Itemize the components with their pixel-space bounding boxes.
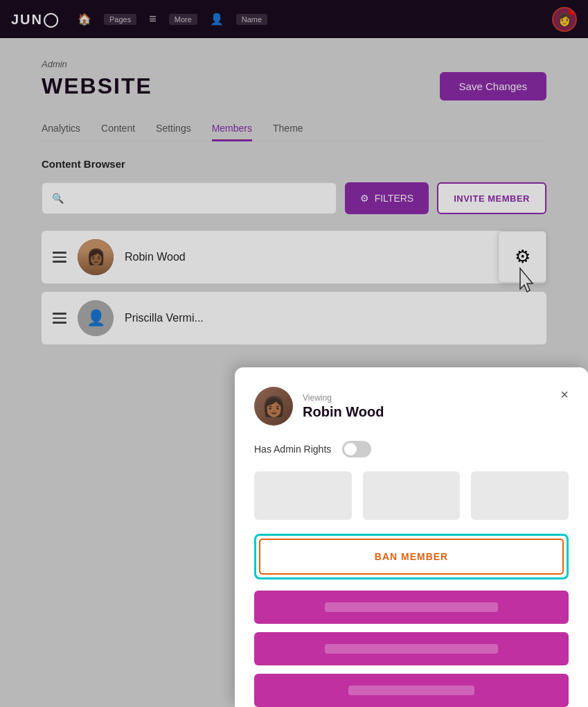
modal-user-name: Robin Wood: [303, 404, 384, 420]
viewing-label: Viewing: [303, 393, 384, 403]
admin-rights-label: Has Admin Rights: [254, 444, 331, 455]
pink-action-inner-3: [348, 686, 474, 695]
modal-user-info: 👩🏾 Viewing Robin Wood: [254, 387, 384, 426]
placeholder-box-3: [471, 471, 569, 520]
ban-member-highlighted: BAN MEMBER: [254, 534, 569, 579]
pink-action-inner-1: [325, 602, 498, 612]
ban-member-button[interactable]: BAN MEMBER: [259, 539, 564, 575]
placeholder-box-1: [254, 471, 352, 520]
modal-close-button[interactable]: ×: [560, 387, 569, 403]
pink-action-inner-2: [325, 644, 498, 654]
modal-header: 👩🏾 Viewing Robin Wood ×: [254, 387, 569, 426]
modal-avatar-robin: 👩🏾: [254, 387, 293, 426]
placeholder-boxes-row: [254, 471, 569, 520]
admin-rights-toggle[interactable]: [342, 441, 371, 457]
member-detail-modal: 👩🏾 Viewing Robin Wood × Has Admin Rights…: [235, 367, 588, 707]
placeholder-box-2: [363, 471, 461, 520]
pink-action-row-3[interactable]: [254, 674, 569, 707]
pink-action-row-1[interactable]: [254, 591, 569, 624]
pink-action-row-2[interactable]: [254, 632, 569, 665]
admin-rights-row: Has Admin Rights: [254, 441, 569, 457]
modal-name-block: Viewing Robin Wood: [303, 393, 384, 420]
